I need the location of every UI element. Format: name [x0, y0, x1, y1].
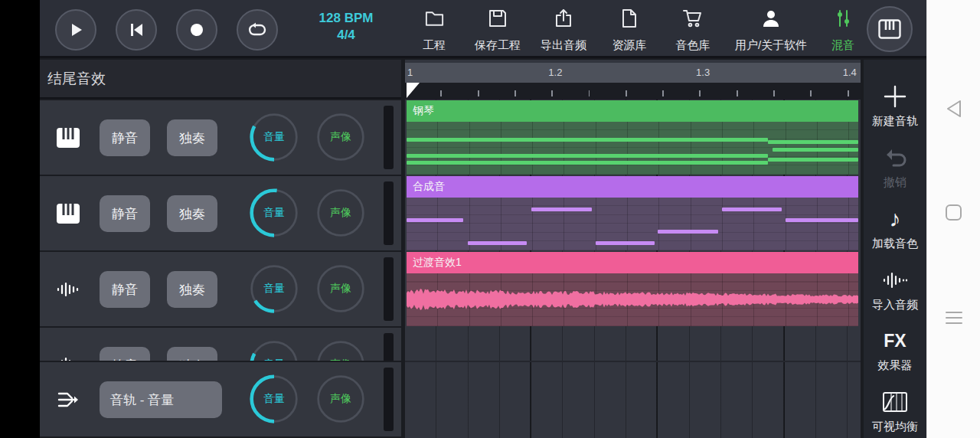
mute-button[interactable]: 静音: [100, 119, 150, 156]
ruler-label: 1.4: [843, 67, 857, 78]
menu-sound-store[interactable]: 音色库: [651, 8, 735, 51]
volume-knob[interactable]: 音量: [249, 188, 299, 238]
midi-note: [768, 158, 858, 162]
midi-note: [773, 148, 858, 152]
bpm-value: 128 BPM: [315, 10, 377, 27]
level-meter: [384, 106, 394, 169]
record-icon: [188, 21, 205, 38]
midi-note: [468, 241, 527, 245]
skip-to-start-icon: [128, 21, 145, 38]
menu-label: 工程: [423, 39, 446, 51]
menu-label: 资源库: [612, 39, 647, 51]
new-track-button[interactable]: 新建音轨: [864, 84, 926, 129]
clip-transition-fx[interactable]: 过渡音效1: [407, 252, 858, 326]
track-row-2[interactable]: 静音 独奏 音量 声像: [40, 176, 401, 250]
pan-knob[interactable]: 声像: [315, 112, 366, 162]
rewind-to-start-button[interactable]: [116, 9, 157, 51]
plus-icon: [882, 84, 908, 109]
volume-knob[interactable]: 音量: [249, 263, 299, 314]
undo-button[interactable]: 撤销: [864, 145, 926, 190]
clip-synth[interactable]: 合成音: [407, 176, 858, 250]
piano-icon: [878, 19, 901, 39]
play-icon: [67, 21, 84, 38]
mixer-icon: [833, 8, 853, 28]
menu-label: 导出音频: [541, 39, 586, 51]
level-meter: [384, 333, 394, 361]
midi-note: [407, 138, 768, 142]
nav-back-button[interactable]: [937, 92, 971, 126]
timeline-ruler[interactable]: 1 1.2 1.3 1.4: [405, 63, 861, 83]
audio-waveform: [407, 273, 858, 326]
solo-button[interactable]: 独奏: [167, 195, 217, 232]
midi-note: [407, 154, 768, 158]
midi-note: [596, 241, 655, 245]
midi-note: [531, 208, 592, 211]
master-output-selector[interactable]: 音轨 - 音量: [100, 381, 222, 418]
midi-note: [768, 140, 858, 144]
level-meter: [384, 368, 394, 431]
solo-button[interactable]: 独奏: [167, 119, 217, 156]
save-icon: [488, 8, 508, 28]
fx-effects-button[interactable]: FX 效果器: [864, 328, 926, 373]
project-title-bar[interactable]: 结尾音效: [40, 60, 401, 99]
android-nav-bar: [926, 0, 980, 438]
home-square-icon: [944, 203, 963, 222]
loop-button[interactable]: [237, 9, 278, 51]
midi-note: [722, 208, 782, 211]
output-icon: [54, 386, 82, 413]
menu-user-about[interactable]: 用户/关于软件: [725, 8, 817, 51]
midi-note: [786, 218, 858, 222]
arrangement-timeline[interactable]: 1 1.2 1.3 1.4 钢琴 合成音 过渡音效1: [405, 60, 861, 438]
eq-curve-icon: [882, 390, 908, 414]
volume-knob[interactable]: 音量: [249, 339, 299, 361]
menu-label: 用户/关于软件: [735, 39, 807, 51]
volume-knob[interactable]: 音量: [249, 112, 299, 162]
track-row-1[interactable]: 静音 独奏 音量 声像: [40, 100, 401, 175]
daw-app-window: 128 BPM 4/4 工程 保存工程 导出音频 资源库 音色库: [40, 0, 926, 438]
play-button[interactable]: [55, 9, 96, 51]
nav-home-button[interactable]: [937, 195, 971, 229]
midi-note: [658, 230, 718, 234]
screen: 128 BPM 4/4 工程 保存工程 导出音频 资源库 音色库: [0, 0, 980, 438]
menu-label: 音色库: [676, 39, 710, 51]
clip-title: 合成音: [407, 176, 858, 198]
clip-piano[interactable]: 钢琴: [407, 100, 858, 175]
menu-label: 保存工程: [475, 39, 521, 51]
solo-button[interactable]: 独奏: [167, 347, 217, 361]
pan-knob[interactable]: 声像: [315, 188, 366, 238]
project-title: 结尾音效: [47, 69, 106, 89]
visual-eq-button[interactable]: 可视均衡: [864, 390, 926, 434]
midi-note: [407, 161, 768, 165]
grid-row-divider: [405, 361, 861, 362]
import-audio-button[interactable]: 导入音频: [864, 268, 926, 312]
record-button[interactable]: [176, 9, 217, 51]
audio-track-icon: [54, 351, 82, 361]
piano-track-icon: [54, 124, 82, 152]
top-toolbar: 128 BPM 4/4 工程 保存工程 导出音频 资源库 音色库: [40, 0, 926, 58]
master-track-row[interactable]: 音轨 - 音量 音量 声像: [40, 362, 401, 436]
tool-sidebar: 新建音轨 撤销 ♪ 加载音色 导入音频 FX 效果器: [864, 60, 926, 438]
beat-tick-strip[interactable]: [405, 83, 861, 100]
pan-knob[interactable]: 声像: [315, 263, 366, 314]
mute-button[interactable]: 静音: [100, 271, 150, 308]
track-row-4[interactable]: 静音 独奏 音量 声像: [40, 328, 401, 361]
mute-button[interactable]: 静音: [100, 347, 150, 361]
playhead-marker[interactable]: [407, 83, 420, 98]
track-list-panel: 结尾音效 静音 独奏 音量 声像: [40, 60, 401, 438]
level-meter: [384, 257, 394, 321]
undo-icon: [883, 145, 907, 170]
ruler-label: 1.3: [696, 67, 710, 78]
pan-knob[interactable]: 声像: [315, 339, 366, 361]
clip-notes: [407, 122, 858, 175]
back-triangle-icon: [945, 99, 963, 119]
master-pan-knob[interactable]: 声像: [315, 374, 366, 424]
keyboard-toggle-button[interactable]: [867, 6, 913, 52]
track-row-3[interactable]: 静音 独奏 音量 声像: [40, 252, 401, 326]
clip-title: 过渡音效1: [407, 252, 858, 273]
load-instrument-button[interactable]: ♪ 加载音色: [864, 207, 926, 251]
nav-recents-button[interactable]: [937, 301, 971, 335]
mute-button[interactable]: 静音: [100, 195, 150, 232]
solo-button[interactable]: 独奏: [167, 271, 217, 308]
menu-mixer[interactable]: 混音: [828, 8, 858, 51]
master-volume-knob[interactable]: 音量: [249, 374, 299, 424]
